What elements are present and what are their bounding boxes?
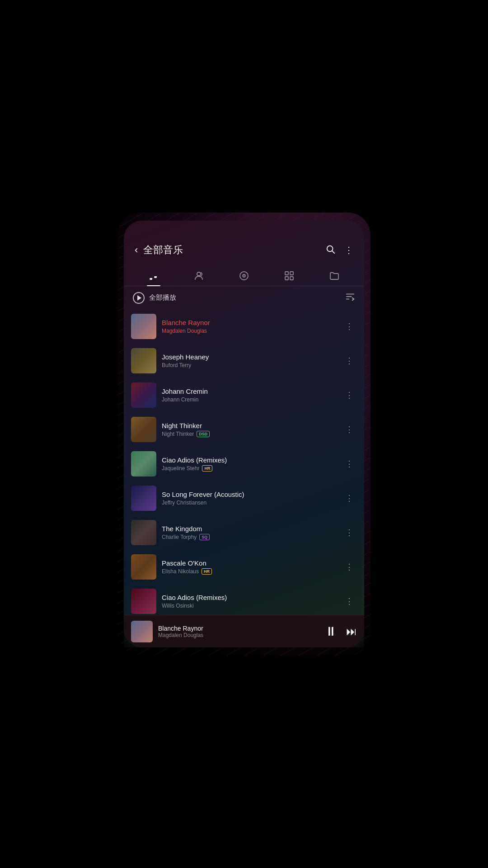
album-art [131, 554, 156, 580]
quality-badge-sq: SQ [199, 534, 210, 540]
song-info: Night Thinker Night Thinker DSD [162, 422, 336, 437]
now-playing-artist: Magdalen Douglas [158, 632, 319, 638]
song-info: Pascale O'Kon Elisha Nikolaus HR [162, 559, 336, 575]
tab-albums[interactable] [231, 268, 257, 284]
list-item[interactable]: Pascale O'Kon Elisha Nikolaus HR ⋮ [124, 550, 364, 584]
song-artist: Elisha Nikolaus [162, 568, 199, 575]
song-sub: Johann Cremin [162, 396, 336, 403]
svg-line-1 [332, 251, 334, 253]
play-all-left: 全部播放 [133, 292, 176, 304]
phone-background: ‹ 全部音乐 ⋮ [117, 212, 371, 656]
more-options-button[interactable]: ⋮ [342, 352, 357, 369]
phone-wrapper: ‹ 全部音乐 ⋮ [117, 212, 371, 656]
song-artist: Charlie Torphy [162, 534, 197, 540]
more-options-button[interactable]: ⋮ [342, 524, 357, 541]
song-title: So Long Forever (Acoustic) [162, 491, 336, 498]
quality-badge-dsd: DSD [197, 431, 210, 437]
back-button[interactable]: ‹ [135, 244, 138, 256]
song-artist: Willis Osinski [162, 603, 194, 609]
song-info: Johann Cremin Johann Cremin [162, 387, 336, 403]
song-sub: Night Thinker DSD [162, 431, 336, 437]
svg-rect-9 [290, 277, 293, 280]
song-artist: Jaqueline Stehr [162, 465, 199, 472]
song-info: Joseph Heaney Buford Terry [162, 353, 336, 368]
song-title: Joseph Heaney [162, 353, 336, 361]
more-options-button[interactable]: ⋮ [342, 318, 357, 335]
play-all-label[interactable]: 全部播放 [149, 293, 176, 302]
more-options-button[interactable]: ⋮ [342, 593, 357, 610]
album-art [131, 382, 156, 408]
song-info: Ciao Adios (Remixes) Jaqueline Stehr HR [162, 456, 336, 472]
tab-artists[interactable] [186, 268, 211, 284]
list-item[interactable]: Night Thinker Night Thinker DSD ⋮ [124, 412, 364, 447]
more-options-button[interactable]: ⋮ [342, 421, 357, 438]
tab-songs[interactable] [141, 268, 166, 284]
album-art [131, 486, 156, 511]
album-art [131, 589, 156, 614]
song-sub: Magdalen Douglas [162, 328, 336, 334]
song-artist: Buford Terry [162, 362, 191, 368]
song-title: Ciao Adios (Remixes) [162, 594, 336, 601]
now-playing-info: Blanche Raynor Magdalen Douglas [158, 625, 319, 638]
svg-rect-8 [285, 277, 288, 280]
song-list: Blanche Raynor Magdalen Douglas ⋮ Joseph… [124, 309, 364, 647]
header-right: ⋮ [325, 244, 353, 256]
tab-bar [124, 264, 364, 286]
header-left: ‹ 全部音乐 [135, 243, 183, 257]
play-all-button[interactable] [133, 292, 145, 304]
now-playing-bar[interactable]: Blanche Raynor Magdalen Douglas ⏸ ⏭ [124, 615, 364, 647]
list-item[interactable]: Johann Cremin Johann Cremin ⋮ [124, 378, 364, 412]
more-options-icon[interactable]: ⋮ [344, 245, 353, 255]
song-title: Blanche Raynor [162, 319, 336, 326]
tab-playlist[interactable] [277, 268, 302, 284]
album-art [131, 417, 156, 442]
more-options-button[interactable]: ⋮ [342, 558, 357, 576]
list-item[interactable]: Ciao Adios (Remixes) Jaqueline Stehr HR … [124, 447, 364, 481]
more-options-button[interactable]: ⋮ [342, 455, 357, 472]
more-options-button[interactable]: ⋮ [342, 387, 357, 404]
song-artist: Night Thinker [162, 431, 194, 437]
song-info: So Long Forever (Acoustic) Jeffry Christ… [162, 491, 336, 506]
list-item[interactable]: Blanche Raynor Magdalen Douglas ⋮ [124, 309, 364, 344]
list-item[interactable]: Ciao Adios (Remixes) Willis Osinski ⋮ [124, 584, 364, 618]
list-item[interactable]: Joseph Heaney Buford Terry ⋮ [124, 344, 364, 378]
song-sub: Willis Osinski [162, 603, 336, 609]
sort-icon[interactable] [345, 292, 355, 304]
app-content: ‹ 全部音乐 ⋮ [124, 221, 364, 647]
song-title: Night Thinker [162, 422, 336, 429]
song-title: The Kingdom [162, 525, 336, 533]
album-art [131, 348, 156, 373]
tab-folders[interactable] [322, 268, 347, 284]
phone-screen: ‹ 全部音乐 ⋮ [124, 221, 364, 647]
song-artist: Jeffry Christiansen [162, 500, 206, 506]
list-item[interactable]: So Long Forever (Acoustic) Jeffry Christ… [124, 481, 364, 515]
song-artist: Johann Cremin [162, 396, 198, 403]
playback-controls: ⏸ ⏭ [324, 624, 357, 639]
next-button[interactable]: ⏭ [346, 625, 357, 638]
search-icon[interactable] [325, 244, 335, 256]
album-art [131, 314, 156, 339]
svg-rect-7 [290, 272, 293, 275]
song-info: Ciao Adios (Remixes) Willis Osinski [162, 594, 336, 609]
song-title: Ciao Adios (Remixes) [162, 456, 336, 464]
now-playing-title: Blanche Raynor [158, 625, 319, 632]
album-art [131, 520, 156, 545]
list-item[interactable]: The Kingdom Charlie Torphy SQ ⋮ [124, 515, 364, 550]
album-art [131, 451, 156, 476]
quality-badge-hr: HR [202, 465, 212, 472]
song-title: Johann Cremin [162, 387, 336, 395]
svg-rect-6 [285, 272, 288, 275]
song-sub: Jeffry Christiansen [162, 500, 336, 506]
page-title: 全部音乐 [143, 243, 183, 257]
song-sub: Elisha Nikolaus HR [162, 568, 336, 575]
song-info: The Kingdom Charlie Torphy SQ [162, 525, 336, 540]
song-artist: Magdalen Douglas [162, 328, 207, 334]
quality-badge-hr: HR [202, 568, 212, 575]
header: ‹ 全部音乐 ⋮ [124, 221, 364, 264]
song-sub: Jaqueline Stehr HR [162, 465, 336, 472]
more-options-button[interactable]: ⋮ [342, 490, 357, 507]
svg-point-2 [197, 272, 201, 276]
play-all-bar: 全部播放 [124, 286, 364, 309]
svg-point-5 [244, 275, 244, 276]
pause-button[interactable]: ⏸ [324, 624, 337, 639]
